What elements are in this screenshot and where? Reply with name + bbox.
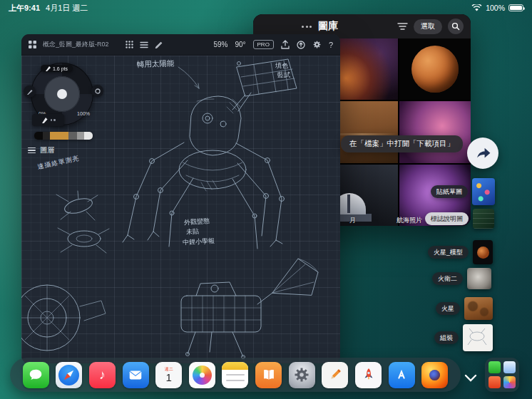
drag-item-assembly[interactable]: 組裝	[434, 324, 493, 351]
swatch-gray[interactable]	[68, 132, 77, 140]
annotation-look-2: 未貼	[186, 227, 200, 237]
drag-item-label: 貼紙草圖	[431, 185, 468, 198]
appstore-app-icon[interactable]	[389, 362, 415, 388]
window-controls-icon[interactable]	[302, 26, 312, 28]
status-time: 上午9:41	[9, 3, 40, 14]
gallery-grid-icon[interactable]	[29, 41, 36, 48]
drag-item-label: 組裝	[434, 331, 459, 344]
status-bar: 上午9:41 4月1日 週二 100%	[0, 0, 532, 14]
battery-icon	[508, 4, 523, 11]
album-caption-moon: 月	[349, 216, 356, 225]
drag-item-label: 火星_模型	[428, 246, 469, 259]
zoom-level[interactable]: 59%	[213, 41, 227, 48]
photos-flower-icon	[193, 366, 212, 385]
browser-globe-icon	[429, 370, 440, 380]
swatch-white[interactable]	[84, 132, 93, 140]
eraser-mode-icon[interactable]	[91, 85, 103, 97]
pencil-mode-icon[interactable]	[24, 86, 36, 98]
drag-item-thumbnail	[473, 240, 493, 264]
brush-size-badge[interactable]: 1.6 pts	[41, 65, 73, 72]
annotation-look-3: 中鋰小學報	[183, 237, 215, 247]
dock: ♪ 週二 1	[10, 358, 461, 392]
apps-grid-icon[interactable]	[126, 41, 133, 48]
album-caption: 航海照片	[397, 216, 422, 225]
drag-item-thumbnail	[467, 268, 491, 289]
app-library-group[interactable]	[485, 358, 519, 392]
search-button[interactable]	[448, 19, 464, 34]
select-button[interactable]: 選取	[414, 19, 442, 34]
safari-app-icon[interactable]	[56, 362, 82, 388]
rotation-value[interactable]: 90°	[235, 41, 245, 48]
annotation-color-1: 填色	[275, 61, 288, 71]
layers-button[interactable]: 圖層	[28, 145, 54, 155]
rocket-app-icon[interactable]	[355, 362, 382, 388]
firefox-app-icon[interactable]	[421, 362, 448, 388]
menu-icon[interactable]	[140, 41, 148, 48]
annotation-look-1: 外觀蠻憨	[184, 217, 210, 227]
photos-title: 圖庫	[318, 20, 338, 33]
mini-app-icon	[488, 376, 501, 388]
coach-tooltip: 在「檔案」中打開「下載項目」	[341, 135, 463, 152]
drag-item-label: 標誌說明圖	[425, 212, 469, 225]
drag-item-mars[interactable]: 火星	[436, 297, 493, 320]
music-note-icon: ♪	[99, 368, 106, 383]
swatch-gold-selected[interactable]	[50, 132, 68, 140]
notes-line	[226, 380, 245, 381]
drag-item-thumbnail	[473, 209, 494, 229]
mars-planet	[411, 46, 459, 93]
concepts-window[interactable]: 概念_藍圖_最終版-R02 59% 90° PRO	[21, 34, 340, 363]
concepts-toolbar[interactable]: 概念_藍圖_最終版-R02 59% 90° PRO	[21, 34, 340, 56]
dock-chevron-down-icon[interactable]	[464, 373, 478, 385]
drop-forward-button[interactable]	[467, 138, 498, 169]
ipad-screen: 上午9:41 4月1日 週二 100% 圖庫 選取	[0, 0, 532, 399]
forward-arrow-icon	[474, 144, 492, 162]
compass-icon	[58, 365, 79, 385]
status-date: 4月1日 週二	[46, 3, 88, 14]
swatch-dark-gray[interactable]	[43, 132, 50, 140]
help-button[interactable]: ?	[329, 41, 333, 49]
annotation-solar: 轉用太陽能	[137, 58, 175, 70]
drag-item-deimos[interactable]: 火衛二	[432, 268, 491, 289]
annotation-color-2: 藍試	[277, 71, 290, 80]
photo-thumbnail-mars[interactable]	[399, 38, 471, 100]
drag-item-label: 火衛二	[432, 272, 463, 285]
photos-app-icon[interactable]	[189, 362, 215, 388]
drag-item-logo-diagram[interactable]: 標誌說明圖	[425, 209, 494, 229]
share-icon[interactable]	[297, 41, 305, 49]
notes-app-icon[interactable]	[222, 362, 248, 388]
drag-item-mars-model[interactable]: 火星_模型	[428, 240, 493, 264]
music-app-icon[interactable]: ♪	[89, 362, 116, 388]
brush-wheel-center[interactable]	[57, 89, 67, 99]
filter-sort-icon[interactable]	[397, 22, 408, 31]
calendar-app-icon[interactable]: 週二 1	[155, 362, 182, 388]
opacity-max-label: 100%	[77, 111, 90, 116]
pro-badge[interactable]: PRO	[253, 40, 274, 49]
books-app-icon[interactable]	[255, 362, 282, 388]
export-icon[interactable]	[281, 40, 290, 49]
notes-line	[226, 374, 245, 375]
document-title: 概念_藍圖_最終版-R02	[43, 40, 109, 49]
layers-icon	[28, 147, 36, 154]
drag-item-thumbnail	[464, 297, 493, 320]
photo-thumbnail-pink-nebula[interactable]	[399, 101, 471, 162]
battery-percent: 100%	[486, 4, 505, 12]
drag-item-thumbnail	[463, 324, 493, 351]
mail-app-icon[interactable]	[123, 362, 149, 388]
drag-item-thumbnail	[472, 178, 495, 205]
swatch-black[interactable]	[34, 132, 43, 140]
color-swatch-bar[interactable]	[34, 132, 93, 140]
pen-tool-icon[interactable]	[155, 41, 163, 48]
mini-app-icon	[488, 361, 501, 373]
calendar-day: 1	[166, 372, 172, 383]
mini-app-icon	[503, 361, 516, 373]
drawing-app-icon[interactable]	[322, 362, 348, 388]
settings-app-icon[interactable]	[289, 362, 315, 388]
settings-gear-icon[interactable]	[312, 40, 322, 49]
pen-settings-button[interactable]	[32, 114, 64, 126]
wifi-icon	[471, 4, 482, 12]
layers-label: 圖層	[40, 145, 54, 155]
pen-dots-icon	[51, 119, 56, 121]
swatch-light-gray[interactable]	[77, 132, 84, 140]
drag-item-sticker-sketch[interactable]: 貼紙草圖	[431, 178, 495, 205]
messages-app-icon[interactable]	[23, 362, 49, 388]
